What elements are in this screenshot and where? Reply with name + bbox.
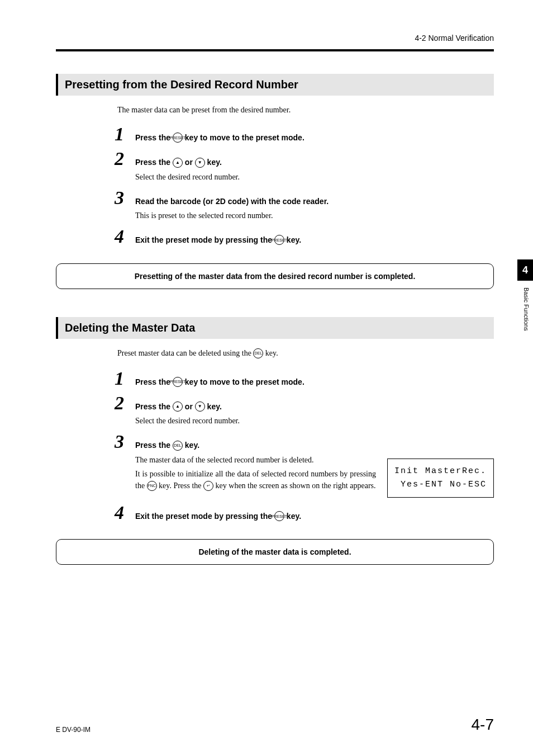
text: Press the [135,133,173,142]
preset-key-icon: PRESET [274,235,284,245]
section1-step-1: 1 Press the PRESET key to move to the pr… [117,131,494,144]
section1-step-3: 3 Read the barcode (or 2D code) with the… [117,195,494,221]
section2-step-2: 2 Press the ▲ or ▼ key. Select the desir… [117,400,494,427]
text: Exit the preset mode by pressing the [135,235,274,244]
text: key. Press the [157,481,203,490]
step-title: Exit the preset mode by pressing the PRE… [135,234,494,246]
footer-page-number: 4-7 [472,716,494,734]
section1-step-2: 2 Press the ▲ or ▼ key. Select the desir… [117,156,494,182]
enter-key-icon: ↵ [203,481,213,491]
lcd-line1: Init MasterRec. [394,466,487,476]
up-key-icon: ▲ [173,158,183,168]
preset-key-icon: PRESET [173,133,183,143]
section2-step-3: 3 Press the DEL key. The master data of … [117,439,494,497]
step-desc: This is preset to the selected record nu… [135,210,494,221]
step-title: Press the ▲ or ▼ key. [135,156,494,168]
lcd-line2: Yes-ENT No-ESC [394,480,487,489]
step-title: Read the barcode (or 2D code) with the c… [135,195,494,207]
footer-doc-id: E DV-90-IM [56,726,91,734]
section2-step-4: 4 Exit the preset mode by pressing the P… [117,510,494,522]
step-number: 1 [115,368,124,389]
fnc-key-icon: FNC [147,481,157,491]
lcd-display: Init MasterRec. Yes-ENT No-ESC [387,459,494,498]
text: Press the [135,441,173,450]
text: key when the screen as shown on the righ… [213,481,375,490]
section2-step-1: 1 Press the PRESET key to move to the pr… [117,376,494,388]
text: key. [205,158,222,167]
step-number: 3 [115,431,124,452]
step-desc-1: The master data of the selected record n… [135,454,376,466]
section1-heading: Presetting from the Desired Record Numbe… [56,74,494,96]
step-title: Exit the preset mode by pressing the PRE… [135,510,494,522]
step-number: 3 [115,187,124,209]
text: or [183,158,195,167]
footer: E DV-90-IM 4-7 [56,716,494,734]
section2-heading: Deleting the Master Data [56,317,494,339]
step-desc-2: It is possible to initialize all the dat… [135,468,376,492]
del-key-icon: DEL [173,441,183,451]
text: Exit the preset mode by pressing the [135,512,274,521]
step-number: 2 [115,393,124,414]
step-title: Press the ▲ or ▼ key. [135,400,494,413]
section1-step-4: 4 Exit the preset mode by pressing the P… [117,234,494,246]
preset-key-icon: PRESET [173,377,183,387]
down-key-icon: ▼ [195,158,205,168]
step-number: 2 [115,148,124,169]
section2-completion: Deleting of the master data is completed… [56,539,494,565]
preset-key-icon: PRESET [274,511,284,521]
step-number: 4 [115,502,124,523]
text: key to move to the preset mode. [183,377,304,386]
up-key-icon: ▲ [173,401,183,412]
section2-intro: Preset master data can be deleted using … [117,349,494,359]
del-key-icon: DEL [253,348,263,358]
text: or [183,402,195,411]
chapter-tab: 4 [517,259,533,281]
step-title: Press the PRESET key to move to the pres… [135,131,494,144]
step-number: 4 [115,226,124,247]
section1-intro: The master data can be preset from the d… [117,106,494,115]
step-desc: Select the desired record number. [135,415,494,427]
text: key to move to the preset mode. [183,133,304,142]
text: Press the [135,158,173,167]
text: Preset master data can be deleted using … [117,349,253,357]
text: key. [205,402,222,411]
text: key. [263,349,278,357]
step-number: 1 [115,124,124,145]
step-title: Press the PRESET key to move to the pres… [135,376,494,388]
step-title: Press the DEL key. [135,439,494,451]
text: key. [183,441,199,450]
step-desc: Select the desired record number. [135,171,494,183]
header-rule [56,49,494,51]
text: Press the [135,377,173,386]
text: Press the [135,402,173,411]
header-section-label: 4-2 Normal Verification [56,34,494,42]
chapter-label: Basic Functions [523,287,530,331]
down-key-icon: ▼ [195,401,205,412]
section1-completion: Presetting of the master data from the d… [56,263,494,289]
